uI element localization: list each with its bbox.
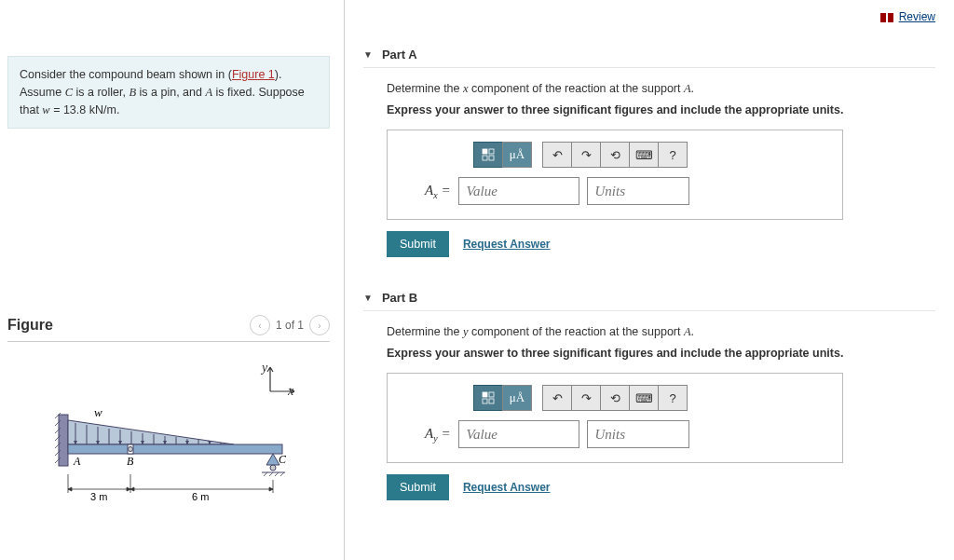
- figure-title: Figure: [7, 317, 53, 334]
- prev-figure-button[interactable]: ‹: [250, 315, 270, 335]
- template-icon[interactable]: [473, 142, 503, 168]
- svg-rect-36: [483, 149, 487, 154]
- part-b-toolbar: μÅ ↶ ↷ ⟲ ⌨ ?: [474, 385, 824, 411]
- keyboard-icon[interactable]: ⌨: [629, 142, 659, 168]
- part-a-title: Part A: [382, 48, 417, 61]
- next-figure-button[interactable]: ›: [309, 315, 330, 335]
- problem-text-1: Consider the compound beam shown in (: [20, 68, 232, 81]
- w-label: w: [94, 407, 102, 419]
- part-b-instruct: Express your answer to three significant…: [387, 347, 935, 360]
- request-answer-b[interactable]: Request Answer: [463, 481, 551, 494]
- part-a-input-row: Ax =: [425, 177, 824, 205]
- part-a-body: Determine the x component of the reactio…: [363, 82, 935, 257]
- part-a-answer-box: μÅ ↶ ↷ ⟲ ⌨ ? Ax =: [387, 130, 843, 220]
- review-link[interactable]: Review: [899, 10, 935, 23]
- svg-line-28: [269, 472, 273, 476]
- redo-icon[interactable]: ↷: [571, 142, 601, 168]
- svg-rect-42: [483, 399, 487, 403]
- C-label: C: [279, 453, 287, 466]
- part-b-input-row: Ay =: [425, 420, 824, 448]
- submit-button-a[interactable]: Submit: [387, 231, 449, 257]
- undo-icon[interactable]: ↶: [542, 142, 572, 168]
- dim-6m: 6 m: [192, 491, 209, 502]
- units-input-b[interactable]: [587, 420, 689, 448]
- units-icon[interactable]: μÅ: [502, 385, 532, 411]
- figure-image: y x: [38, 361, 299, 519]
- svg-rect-43: [489, 399, 494, 403]
- var-label-ay: Ay =: [425, 426, 451, 444]
- part-b-prompt: Determine the y component of the reactio…: [387, 325, 935, 339]
- svg-point-25: [270, 465, 276, 471]
- undo-icon[interactable]: ↶: [542, 385, 572, 411]
- dim-3m: 3 m: [90, 491, 107, 502]
- chevron-down-icon: ▼: [363, 293, 373, 303]
- redo-icon[interactable]: ↷: [571, 385, 601, 411]
- chevron-down-icon: ▼: [363, 49, 373, 60]
- part-a-actions: Submit Request Answer: [387, 231, 935, 257]
- part-b-body: Determine the y component of the reactio…: [363, 325, 935, 500]
- var-label-ax: Ax =: [425, 183, 451, 200]
- svg-line-29: [275, 472, 279, 476]
- part-a-toolbar: μÅ ↶ ↷ ⟲ ⌨ ?: [474, 142, 824, 168]
- svg-point-24: [129, 447, 133, 452]
- part-a-prompt: Determine the x component of the reactio…: [387, 82, 935, 96]
- figure-nav: ‹ 1 of 1 ›: [250, 315, 330, 335]
- value-input-a[interactable]: [458, 177, 579, 205]
- units-input-a[interactable]: [587, 177, 689, 205]
- part-b-actions: Submit Request Answer: [387, 474, 935, 500]
- figure-header: Figure ‹ 1 of 1 ›: [7, 315, 330, 342]
- right-column: Review ▼ Part A Determine the x componen…: [345, 0, 954, 560]
- svg-rect-37: [489, 149, 494, 154]
- part-b-title: Part B: [382, 291, 417, 305]
- svg-line-30: [280, 472, 284, 476]
- svg-rect-38: [483, 156, 487, 160]
- keyboard-icon[interactable]: ⌨: [629, 385, 659, 411]
- part-b: ▼ Part B Determine the y component of th…: [363, 285, 935, 500]
- help-icon[interactable]: ?: [658, 385, 688, 411]
- units-icon[interactable]: μÅ: [502, 142, 532, 168]
- B-label: B: [127, 455, 134, 468]
- help-icon[interactable]: ?: [658, 142, 688, 168]
- problem-text-1b: ).: [275, 68, 282, 81]
- problem-text-2: Assume C is a roller, B is a pin, and A …: [20, 86, 305, 116]
- problem-statement: Consider the compound beam shown in (Fig…: [7, 56, 330, 129]
- figure-counter: 1 of 1: [276, 319, 304, 332]
- svg-rect-22: [68, 444, 282, 454]
- figure-link[interactable]: Figure 1: [232, 68, 275, 81]
- svg-rect-41: [489, 392, 494, 397]
- value-input-b[interactable]: [458, 420, 579, 448]
- part-b-header[interactable]: ▼ Part B: [363, 285, 935, 311]
- figure-section: Figure ‹ 1 of 1 › y x: [7, 315, 330, 519]
- svg-line-27: [264, 472, 267, 476]
- review-link-row: Review: [363, 9, 935, 23]
- A-label: A: [73, 455, 81, 468]
- left-column: Consider the compound beam shown in (Fig…: [0, 0, 345, 560]
- part-a-header[interactable]: ▼ Part A: [363, 42, 935, 68]
- request-answer-a[interactable]: Request Answer: [463, 238, 551, 251]
- reset-icon[interactable]: ⟲: [600, 385, 630, 411]
- template-icon[interactable]: [473, 385, 503, 411]
- reset-icon[interactable]: ⟲: [600, 142, 630, 168]
- part-a-instruct: Express your answer to three significant…: [387, 103, 935, 116]
- submit-button-b[interactable]: Submit: [387, 474, 449, 500]
- part-b-answer-box: μÅ ↶ ↷ ⟲ ⌨ ? Ay =: [387, 373, 843, 463]
- svg-rect-39: [489, 156, 494, 160]
- beam-diagram: w A B C 3 m 6 m: [38, 407, 308, 519]
- svg-rect-40: [483, 392, 487, 397]
- part-a: ▼ Part A Determine the x component of th…: [363, 42, 935, 257]
